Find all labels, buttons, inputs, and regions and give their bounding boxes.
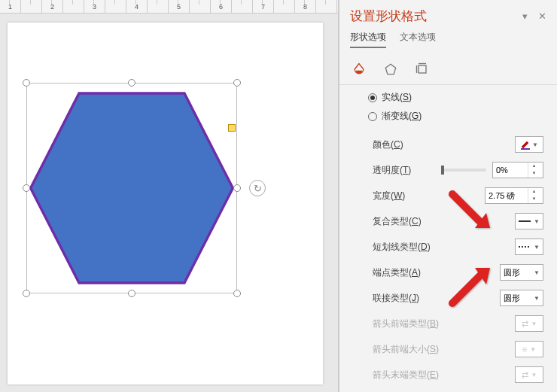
arrow-icon: ⇄ (522, 319, 528, 329)
panel-header: 设置形状格式 ▾ ✕ 形状选项 文本选项 (339, 0, 557, 53)
arrow-end-type-dropdown: ⇄▼ (515, 366, 543, 383)
row-dash: 短划线类型(D) ▼ (350, 234, 557, 260)
spin-down[interactable]: ▼ (528, 170, 540, 178)
adjustment-handle[interactable] (228, 124, 236, 132)
app-root: 1 2 34 56 78 910 1112 1314 1516 (0, 0, 557, 392)
spin-down[interactable]: ▼ (528, 196, 540, 203)
row-arrow-begin-type: 箭头前端类型(B) ⇄▼ (350, 311, 557, 336)
panel-dropdown-icon[interactable]: ▾ (522, 11, 528, 22)
resize-handle-tl[interactable] (23, 79, 30, 87)
radio-icon (368, 112, 377, 121)
chevron-down-icon: ▼ (534, 244, 540, 251)
format-shape-panel: 设置形状格式 ▾ ✕ 形状选项 文本选项 (339, 0, 557, 392)
row-join: 联接类型(J) 圆形▼ (350, 285, 557, 311)
arrow-icon: ≡ (522, 345, 527, 354)
line-icon (519, 220, 531, 222)
resize-handle-mr[interactable] (233, 184, 241, 192)
spin-up[interactable]: ▲ (528, 163, 540, 170)
line-gradient-radio[interactable]: 渐变线(G) (350, 107, 557, 126)
shape-selection[interactable]: ↻ (26, 83, 237, 293)
effects-tab-icon[interactable] (382, 60, 400, 78)
fill-line-tab-icon[interactable] (350, 60, 368, 78)
rotate-handle[interactable]: ↻ (249, 180, 266, 196)
ruler-horizontal: 1 2 34 56 78 910 1112 1314 1516 (0, 0, 338, 14)
radio-icon (368, 93, 377, 102)
ruler-tick: 1 (0, 0, 21, 13)
size-tab-icon[interactable] (413, 60, 431, 78)
transparency-spinner[interactable]: ▲▼ (492, 162, 543, 178)
slide-page[interactable]: ↻ (8, 23, 323, 384)
svg-rect-2 (419, 65, 426, 73)
canvas-area[interactable]: 1 2 34 56 78 910 1112 1314 1516 (0, 0, 339, 392)
resize-handle-bl[interactable] (23, 290, 30, 297)
color-picker-button[interactable]: ▼ (515, 136, 543, 153)
category-tabs (339, 53, 557, 85)
chevron-down-icon: ▼ (534, 295, 540, 302)
arrow-begin-size-dropdown: ≡▼ (515, 341, 543, 357)
chevron-down-icon: ▼ (531, 321, 537, 327)
panel-close-icon[interactable]: ✕ (538, 11, 546, 22)
tab-shape-options[interactable]: 形状选项 (350, 31, 386, 48)
spin-up[interactable]: ▲ (528, 188, 540, 196)
join-dropdown[interactable]: 圆形▼ (500, 290, 543, 306)
chevron-down-icon: ▼ (534, 218, 540, 225)
pencil-icon (520, 139, 531, 150)
width-spinner[interactable]: ▲▼ (485, 187, 543, 204)
row-width: 宽度(W) ▲▼ (350, 183, 557, 208)
dash-icon (519, 246, 531, 248)
line-solid-radio[interactable]: 实线(S) (350, 88, 557, 107)
cap-dropdown[interactable]: 圆形▼ (500, 264, 543, 281)
chevron-down-icon: ▼ (534, 269, 540, 276)
svg-marker-1 (385, 64, 395, 74)
resize-handle-ml[interactable] (23, 184, 30, 192)
svg-rect-5 (521, 148, 530, 150)
transparency-slider[interactable] (441, 169, 486, 172)
width-input[interactable] (485, 191, 528, 200)
panel-title: 设置形状格式 (350, 8, 427, 25)
dash-dropdown[interactable]: ▼ (515, 239, 543, 255)
selection-border (26, 83, 237, 293)
resize-handle-bm[interactable] (128, 290, 135, 297)
arrow-icon: ⇄ (522, 370, 528, 380)
resize-handle-br[interactable] (233, 290, 241, 297)
row-color: 颜色(C) ▼ (350, 132, 557, 157)
panel-scroll-body[interactable]: 实线(S) 渐变线(G) 颜色(C) ▼ 透明度(T) (339, 85, 557, 392)
arrow-begin-type-dropdown: ⇄▼ (515, 315, 543, 332)
row-arrow-end-type: 箭头末端类型(E) ⇄▼ (350, 362, 557, 387)
chevron-down-icon: ▼ (532, 141, 538, 148)
transparency-input[interactable] (493, 166, 528, 175)
resize-handle-tm[interactable] (128, 79, 135, 87)
row-compound: 复合类型(C) ▼ (350, 208, 557, 234)
resize-handle-tr[interactable] (233, 79, 241, 87)
chevron-down-icon: ▼ (531, 372, 537, 378)
tab-text-options[interactable]: 文本选项 (400, 31, 436, 48)
row-cap: 端点类型(A) 圆形▼ (350, 260, 557, 285)
row-transparency: 透明度(T) ▲▼ (350, 157, 557, 183)
row-arrow-end-size: 箭头末端大小(N) ≡▼ (350, 387, 557, 392)
chevron-down-icon: ▼ (530, 346, 536, 353)
row-arrow-begin-size: 箭头前端大小(S) ≡▼ (350, 336, 557, 362)
compound-dropdown[interactable]: ▼ (515, 213, 543, 229)
